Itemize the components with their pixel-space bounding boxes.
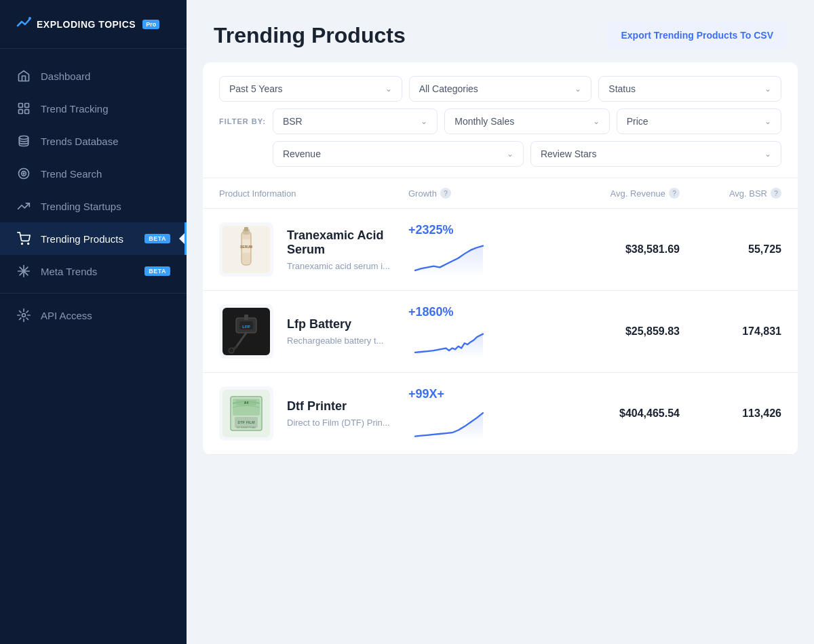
filter-row-2: FILTER BY: BSR ⌄ Monthly Sales ⌄ Price ⌄ [219,108,781,134]
growth-help-icon[interactable]: ? [440,188,451,199]
product-name: Dtf Printer [287,399,408,414]
products-table: Product Information Growth ? Avg. Revenu… [203,178,798,455]
growth-value: +99X+ [408,387,444,401]
database-icon [16,134,31,148]
product-name: Lfp Battery [287,317,408,331]
product-name: Tranexamic Acid Serum [287,228,408,257]
logo-pro-badge: Pro [142,20,159,29]
table-row[interactable]: DTF FILM 50 SHEETS A4 A4 Dtf Printer Dir… [203,373,798,455]
growth-cell: +99X+ [408,387,544,441]
svg-rect-2 [25,104,29,108]
chevron-down-icon: ⌄ [764,149,771,159]
filter-by-label: FILTER BY: [219,117,266,125]
logo-text: EXPLODING TOPICS [37,19,136,30]
svg-point-9 [22,243,23,245]
svg-text:A4: A4 [244,401,249,405]
snowflake-icon [16,264,31,279]
main-header: Trending Products Export Trending Produc… [187,0,814,62]
product-image-printer: DTF FILM 50 SHEETS A4 A4 [219,386,273,441]
sidebar-item-trends-database[interactable]: Trends Database [0,125,187,157]
avg-revenue-cell: $25,859.83 [544,325,680,338]
sidebar-item-trend-tracking-label: Trend Tracking [41,103,170,115]
svg-point-0 [28,17,31,20]
product-info-cell: SERUM Tranexamic Acid Serum Tranexamic a… [219,222,408,277]
trend-chart [408,325,490,359]
table-row[interactable]: LFP Lfp Battery Rechargeable battery t..… [203,291,798,373]
svg-text:SERUM: SERUM [240,245,252,249]
product-description: Tranexamic acid serum i... [287,261,408,271]
chevron-down-icon: ⌄ [421,117,427,126]
filter-monthly-sales[interactable]: Monthly Sales ⌄ [444,108,609,134]
avg-bsr-cell: 113,426 [680,407,781,420]
sidebar-item-trending-products-label: Trending Products [41,233,132,245]
logo: EXPLODING TOPICS Pro [0,0,187,49]
table-row[interactable]: SERUM Tranexamic Acid Serum Tranexamic a… [203,209,798,291]
sidebar-item-trending-products[interactable]: Trending Products BETA [0,222,187,255]
sidebar-item-trending-startups[interactable]: Trending Startups [0,190,187,222]
svg-point-8 [23,173,24,174]
col-product-info: Product Information [219,188,408,199]
sidebar-item-trend-search[interactable]: Trend Search [0,157,187,190]
svg-point-10 [28,243,29,245]
product-description: Direct to Film (DTF) Prin... [287,418,408,428]
sidebar-item-trending-startups-label: Trending Startups [41,201,170,212]
product-info-cell: LFP Lfp Battery Rechargeable battery t..… [219,304,408,359]
sidebar-item-dashboard[interactable]: Dashboard [0,60,187,92]
svg-point-5 [19,136,28,140]
avg-bsr-cell: 55,725 [680,243,781,256]
chevron-down-icon: ⌄ [575,84,581,94]
filter-revenue[interactable]: Revenue ⌄ [273,141,524,167]
svg-point-25 [229,348,234,353]
product-image-battery: LFP [219,304,273,359]
svg-text:DTF FILM: DTF FILM [237,420,254,424]
filter-row-1: Past 5 Years ⌄ All Categories ⌄ Status ⌄ [219,76,781,102]
svg-point-15 [22,314,26,317]
growth-cell: +1860% [408,305,544,359]
sidebar-item-meta-trends[interactable]: Meta Trends BETA [0,255,187,287]
filter-review-stars[interactable]: Review Stars ⌄ [530,141,781,167]
main-content: Trending Products Export Trending Produc… [187,0,814,644]
filter-row-3-actual: FILTER BY: Revenue ⌄ Review Stars ⌄ [219,141,781,167]
filter-time-period[interactable]: Past 5 Years ⌄ [219,76,402,102]
growth-value: +1860% [408,305,454,319]
chevron-down-icon: ⌄ [593,117,600,126]
filter-categories[interactable]: All Categories ⌄ [409,76,592,102]
sidebar-item-trend-tracking[interactable]: Trend Tracking [0,92,187,125]
filter-bsr[interactable]: BSR ⌄ [273,108,438,134]
export-button[interactable]: Export Trending Products To CSV [607,22,787,49]
svg-rect-3 [19,110,23,114]
avg-revenue-cell: $404,465.54 [544,407,680,420]
filter-price[interactable]: Price ⌄ [617,108,781,134]
page-title: Trending Products [214,23,406,48]
nav-divider [0,293,187,294]
sidebar-item-api-access[interactable]: API Access [0,299,187,331]
svg-text:LFP: LFP [242,325,250,329]
product-details: Dtf Printer Direct to Film (DTF) Prin... [287,399,408,428]
sidebar-item-api-access-label: API Access [41,310,170,321]
sidebar-item-trends-database-label: Trends Database [41,136,170,147]
svg-rect-1 [19,104,23,108]
svg-text:50 SHEETS A4: 50 SHEETS A4 [237,426,256,429]
logo-icon [16,15,31,33]
active-indicator [179,230,187,247]
avg-revenue-help-icon[interactable]: ? [669,188,680,199]
trending-icon [16,101,31,116]
col-growth: Growth ? [408,188,544,199]
chart-icon [16,199,31,214]
search-circle-icon [16,166,31,181]
product-image-serum: SERUM [219,222,273,277]
table-header: Product Information Growth ? Avg. Revenu… [203,178,798,209]
growth-cell: +2325% [408,223,544,277]
filters-container: Past 5 Years ⌄ All Categories ⌄ Status ⌄… [203,62,798,178]
svg-rect-24 [244,315,248,320]
svg-rect-4 [25,110,29,114]
filter-status[interactable]: Status ⌄ [598,76,781,102]
avg-bsr-cell: 174,831 [680,325,781,338]
sidebar: EXPLODING TOPICS Pro Dashboard [0,0,187,644]
avg-bsr-help-icon[interactable]: ? [771,188,781,199]
product-details: Tranexamic Acid Serum Tranexamic acid se… [287,228,408,271]
chevron-down-icon: ⌄ [385,84,392,94]
home-icon [16,68,31,83]
nav-items: Dashboard Trend Tracking [0,49,187,644]
col-avg-revenue: Avg. Revenue ? [544,188,680,199]
